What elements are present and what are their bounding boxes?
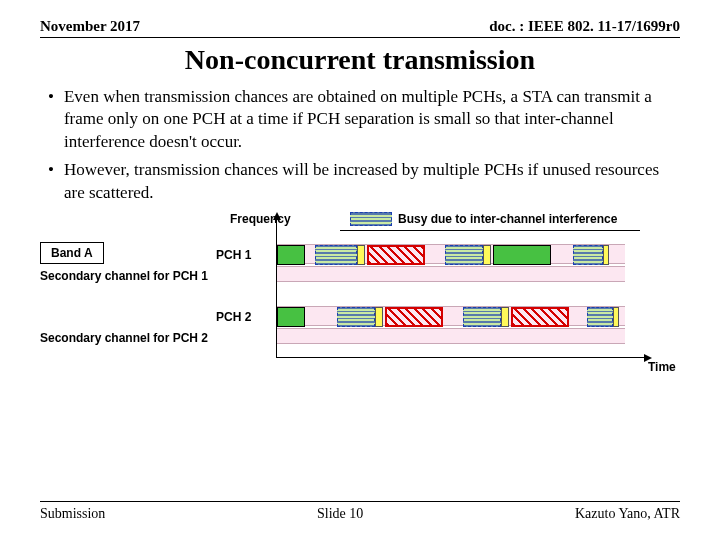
pch1-tx-block [493, 245, 551, 265]
x-axis [276, 357, 644, 358]
bullet-item: • However, transmission chances will be … [48, 159, 682, 204]
pch1-gap-block [483, 245, 491, 265]
bullet-dot-icon: • [48, 86, 54, 153]
pch2-gap-block [613, 307, 619, 327]
pch2-busy-block [337, 307, 375, 327]
header-doc: doc. : IEEE 802. 11-17/1699r0 [489, 18, 680, 35]
bullet-list: • Even when transmission chances are obt… [0, 86, 720, 204]
footer-rule [40, 501, 680, 502]
footer-center: Slide 10 [317, 506, 363, 522]
pch2-busy-block [587, 307, 613, 327]
legend-text: Busy due to inter-channel interference [398, 212, 617, 226]
pch2-collision-block [511, 307, 569, 327]
pch1-collision-block [367, 245, 425, 265]
pch1-gap-block [603, 245, 609, 265]
pch1-tx-block [277, 245, 305, 265]
pch2-gap-block [501, 307, 509, 327]
pch2-tx-block [277, 307, 305, 327]
bullet-text: However, transmission chances will be in… [64, 159, 682, 204]
header-date: November 2017 [40, 18, 140, 35]
bullet-item: • Even when transmission chances are obt… [48, 86, 682, 153]
slide-header: November 2017 doc. : IEEE 802. 11-17/169… [0, 0, 720, 37]
sec2-track [277, 328, 625, 344]
sec1-track [277, 266, 625, 282]
pch1-label: PCH 1 [216, 248, 251, 262]
slide-footer: Submission Slide 10 Kazuto Yano, ATR [40, 506, 680, 522]
pch1-gap-block [357, 245, 365, 265]
footer-left: Submission [40, 506, 105, 522]
bullet-text: Even when transmission chances are obtai… [64, 86, 682, 153]
pch2-label: PCH 2 [216, 310, 251, 324]
sec1-label: Secondary channel for PCH 1 [40, 269, 208, 283]
pch2-busy-block [463, 307, 501, 327]
legend-swatch-icon [350, 212, 392, 226]
timing-diagram: Frequency Busy due to inter-channel inte… [40, 212, 680, 392]
bullet-dot-icon: • [48, 159, 54, 204]
pch2-gap-block [375, 307, 383, 327]
footer-right: Kazuto Yano, ATR [575, 506, 680, 522]
pch2-track [277, 306, 625, 326]
pch2-collision-block [385, 307, 443, 327]
sec2-label: Secondary channel for PCH 2 [40, 331, 208, 345]
pch1-busy-block [315, 245, 357, 265]
time-axis-label: Time [648, 360, 676, 374]
frequency-axis-label: Frequency [230, 212, 291, 226]
pch1-busy-block [573, 245, 603, 265]
pch1-busy-block [445, 245, 483, 265]
band-a-box: Band A [40, 242, 104, 264]
legend: Busy due to inter-channel interference [350, 212, 617, 226]
slide-title: Non-concurrent transmission [0, 38, 720, 86]
pch1-track [277, 244, 625, 264]
legend-rule [340, 230, 640, 231]
